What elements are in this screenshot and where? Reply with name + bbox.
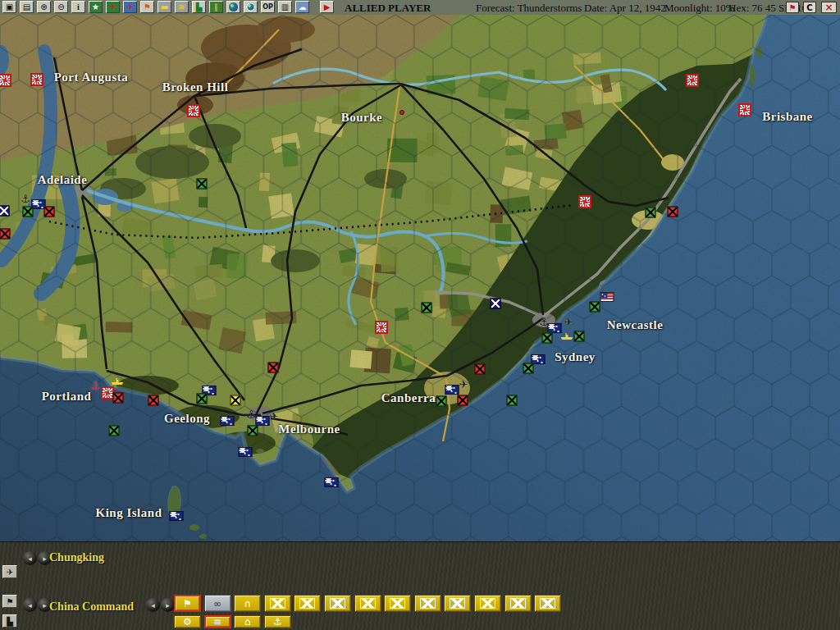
unit-counter-icon <box>299 598 315 609</box>
dock-icon[interactable]: ∥ <box>209 1 223 13</box>
unit-counter-icon <box>390 598 405 609</box>
moonlight-label: Moonlight: 10% <box>664 2 735 15</box>
unit-counter-icon <box>540 598 555 609</box>
unit-button[interactable] <box>384 595 411 612</box>
harbor-mode-button[interactable]: ⚓ <box>264 615 291 628</box>
unit-button[interactable] <box>474 595 501 612</box>
unit-counter-icon <box>330 598 345 609</box>
terrain-art <box>0 15 840 541</box>
prev-base-button[interactable]: ◂ <box>23 551 37 565</box>
aircraft-green-icon[interactable]: ✈ <box>106 1 120 13</box>
world-map-icon <box>229 2 238 11</box>
date-label: Date: Apr 12, 1942 <box>584 2 666 15</box>
base-name[interactable]: Chungking <box>49 551 104 564</box>
prev-unit-page-button[interactable]: ◂ <box>146 598 160 612</box>
run-turn-icon[interactable]: ▶ <box>320 1 334 13</box>
industry-chart-icon[interactable]: ▙ <box>192 1 206 13</box>
unit-counter-icon <box>360 598 376 609</box>
zoom-in-icon[interactable]: ⊕ <box>37 1 51 13</box>
weather-icon[interactable]: ☁ <box>295 1 309 13</box>
flag-icon[interactable]: ⚑ <box>140 1 154 13</box>
unit-counter-icon <box>510 598 526 609</box>
close-button[interactable]: × <box>821 2 837 13</box>
flag-mode-button[interactable]: ⚑ <box>174 595 201 612</box>
ship-filter-icon[interactable]: ▙ <box>2 614 17 628</box>
unit-button[interactable] <box>264 595 291 612</box>
forecast-label: Forecast: Thunderstorms <box>476 2 582 15</box>
unit-counter-icon <box>450 598 465 609</box>
flag-filter-icon[interactable]: ⚑ <box>2 595 17 608</box>
zoom-out-icon[interactable]: ⊖ <box>54 1 68 13</box>
operations-icon[interactable]: OP <box>261 1 275 13</box>
bridge-mode-button[interactable]: ∞ <box>204 595 231 612</box>
industry-mode-button[interactable]: ⌂ <box>234 615 261 628</box>
world-zoom-icon[interactable] <box>244 1 258 13</box>
info-icon[interactable]: i <box>71 1 85 13</box>
top-toolbar: ▣▤⊕⊖i★✈✈⚑▬≋▙∥OP▥☁▶ ALLIED PLAYER Forecas… <box>0 0 840 16</box>
map-viewport[interactable]: Port AugustaBroken HillBourkeAdelaideBri… <box>0 15 840 541</box>
arch-mode-button[interactable]: ∩ <box>234 595 261 612</box>
report-icon[interactable]: ▤ <box>20 1 34 13</box>
player-phase-label: ALLIED PLAYER <box>345 2 431 15</box>
game-window: ▣▤⊕⊖i★✈✈⚑▬≋▙∥OP▥☁▶ ALLIED PLAYER Forecas… <box>0 0 840 630</box>
aircraft-filter-icon[interactable]: ✈ <box>2 565 17 578</box>
unit-button[interactable] <box>534 595 561 612</box>
submarine-icon[interactable]: ▬ <box>158 1 171 13</box>
ruler-icon[interactable]: ▥ <box>278 1 292 13</box>
prev-command-button[interactable]: ◂ <box>23 598 37 612</box>
unit-button[interactable] <box>294 595 321 612</box>
unit-button[interactable] <box>324 595 351 612</box>
command-name[interactable]: China Command <box>49 600 134 614</box>
flag-button[interactable]: ⚑ <box>786 2 799 13</box>
save-icon[interactable]: ▣ <box>2 1 16 13</box>
unit-button[interactable] <box>354 595 381 612</box>
world-map-icon[interactable] <box>226 1 240 13</box>
unit-counter-icon <box>480 598 495 609</box>
info-panel: ◂ ▸ Chungking Port:0 (0)Airfield:4 (7)Su… <box>0 541 840 630</box>
aircraft-blue-icon[interactable]: ✈ <box>123 1 137 13</box>
unit-button[interactable] <box>414 595 441 612</box>
repair-mode-button[interactable]: ⚙ <box>174 615 201 628</box>
unit-counter-icon <box>420 598 436 609</box>
factory-mode-button[interactable]: ≡ <box>204 615 231 628</box>
world-zoom-icon <box>246 2 255 11</box>
task-force-icon[interactable]: ≋ <box>175 1 189 13</box>
next-unit-page-button[interactable]: ▸ <box>161 598 175 612</box>
unit-button[interactable] <box>504 595 532 612</box>
unit-button[interactable] <box>444 595 471 612</box>
star-icon[interactable]: ★ <box>89 1 103 13</box>
toolbar-icons: ▣▤⊕⊖i★✈✈⚑▬≋▙∥OP▥☁▶ <box>2 1 334 14</box>
combat-report-button[interactable]: C <box>803 2 816 13</box>
unit-counter-icon <box>270 598 285 609</box>
